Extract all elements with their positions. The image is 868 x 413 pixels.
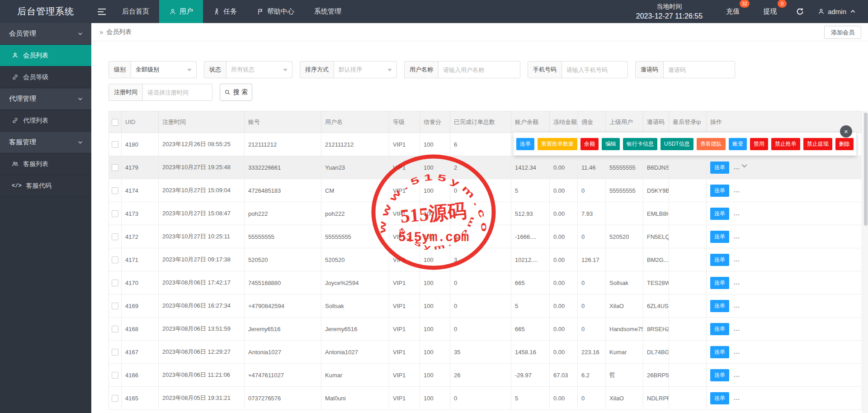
action-button[interactable]: 账变 [729,138,747,150]
menu-toggle-icon[interactable] [91,0,112,23]
row-checkbox[interactable] [112,303,118,309]
chain-order-button[interactable]: 连单 [710,392,729,404]
sidebar-item-support-list[interactable]: 客服列表 [0,153,91,175]
action-button[interactable]: 删除 [835,138,854,150]
level-select[interactable]: 全部级别 [131,62,196,78]
nav-help[interactable]: 帮助中心 [247,0,304,23]
username-filter-input[interactable] [439,62,520,78]
sidebar-item-agent-list[interactable]: 代理列表 [0,110,91,132]
row-checkbox[interactable] [112,141,118,148]
chain-order-button[interactable]: 连单 [710,369,729,381]
row-checkbox[interactable] [112,256,118,263]
cell-commission: 0 [578,387,606,410]
register-time-input[interactable] [143,84,212,100]
more-actions-button[interactable]: ... [734,394,740,401]
recharge-link[interactable]: 充值 32 [720,7,746,16]
sidebar-item-support-code[interactable]: </> 客服代码 [0,175,91,197]
cell-invite-code: 8RSEHZ [643,318,669,341]
cell-parent: Kumar [606,341,643,364]
more-actions-button[interactable]: ... [734,187,740,194]
more-actions-button[interactable]: ... [734,164,740,171]
row-checkbox[interactable] [112,395,118,402]
cell-reg-time: 2023年08月06日 17:42:17 [159,271,245,294]
nav-users[interactable]: 用户 [159,0,203,23]
action-button[interactable]: 余额 [580,138,599,150]
chain-order-button[interactable]: 连单 [710,208,729,220]
more-actions-button[interactable]: ... [734,256,740,263]
chain-order-button[interactable]: 连单 [710,185,729,197]
action-button[interactable]: 重置抢单数量 [538,138,577,150]
refresh-icon[interactable] [788,7,811,16]
chain-order-button[interactable]: 连单 [710,300,729,312]
sidebar-group-support[interactable]: 客服管理 [0,132,91,153]
action-button[interactable]: USDT信息 [660,138,693,150]
row-checkbox[interactable] [112,233,118,240]
action-button[interactable]: 禁止提现 [803,138,832,150]
action-button[interactable]: 禁止抢单 [771,138,800,150]
select-all-checkbox[interactable] [112,119,118,126]
nav-system[interactable]: 系统管理 [304,0,351,23]
chain-order-button[interactable]: 连单 [710,254,729,266]
cell-credit: 100 [420,364,450,387]
cell-username: Joyce%2594 [321,271,389,294]
invite-code-filter-input[interactable] [664,62,735,78]
sidebar-group-members[interactable]: 会员管理 [0,23,91,45]
chain-order-button[interactable]: 连单 [710,277,729,289]
cell-commission: 11.46 [578,156,606,179]
more-actions-button[interactable]: ... [734,210,740,217]
chain-order-button[interactable]: 连单 [710,346,729,358]
col-uid: UID [122,111,159,133]
action-button[interactable]: 编辑 [602,138,620,150]
chain-order-button[interactable]: 连单 [710,323,729,335]
row-checkbox[interactable] [112,372,118,379]
action-button[interactable]: 连单 [516,138,534,150]
add-member-button[interactable]: 添加会员 [824,26,861,39]
chevron-down-icon [77,31,83,37]
chain-order-button[interactable]: 连单 [710,161,729,174]
cell-level: VIP1 [389,387,420,410]
row-checkbox[interactable] [112,187,118,194]
cell-username: CM [321,179,389,202]
user-menu[interactable]: admin [811,8,868,15]
row-checkbox[interactable] [112,210,118,217]
close-icon[interactable]: × [840,125,852,138]
more-actions-button[interactable]: ... [734,348,740,355]
status-select[interactable]: 所有状态 [226,62,292,78]
more-actions-button[interactable]: ... [734,233,740,240]
cell-account: poh222 [245,202,321,225]
row-checkbox[interactable] [112,326,118,332]
row-checkbox[interactable] [112,280,118,286]
more-actions-button[interactable]: ... [734,302,740,309]
action-button[interactable]: 查看团队 [697,138,726,150]
cell-checkbox [109,318,122,341]
withdraw-link[interactable]: 提现 0 [757,7,783,16]
row-checkbox[interactable] [112,349,118,356]
cell-operations: 连单... [707,387,862,410]
sidebar-group-agents[interactable]: 代理管理 [0,88,91,110]
cell-orders: 0 [450,294,511,318]
cell-last-ip [669,364,707,387]
search-button[interactable]: 搜 索 [220,84,252,101]
cell-invite-code: 6ZL4US [643,294,669,318]
nav-tasks[interactable]: 任务 [203,0,247,23]
cell-checkbox [109,364,122,387]
chain-order-button[interactable]: 连单 [710,231,729,243]
action-button[interactable]: 禁用 [750,138,768,150]
action-button[interactable]: 银行卡信息 [623,138,657,150]
cell-balance: 5 [511,387,550,410]
cell-uid: 4174 [122,179,159,202]
phone-filter-input[interactable] [562,62,627,78]
nav-dashboard[interactable]: 后台首页 [112,0,159,23]
sidebar-item-member-levels[interactable]: 会员等级 [0,66,91,88]
cell-frozen: 67.03 [550,364,578,387]
more-actions-button[interactable]: ... [734,279,740,286]
more-actions-button[interactable]: ... [734,371,740,378]
more-actions-button[interactable]: ... [734,325,740,332]
sidebar-item-member-list[interactable]: 会员列表 [0,45,91,66]
row-checkbox[interactable] [112,164,118,171]
vertical-scrollbar[interactable] [863,111,868,413]
cell-account: 3332226661 [245,156,321,179]
scrollbar-thumb[interactable] [864,113,868,226]
collapse-chevron-icon[interactable] [741,162,748,171]
sort-select[interactable]: 默认排序 [334,62,396,78]
